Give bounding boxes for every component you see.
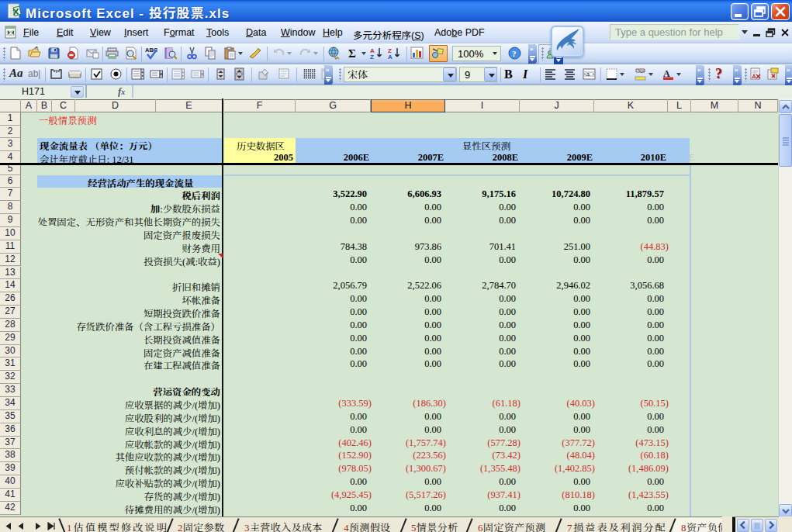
svg-text:xyz: xyz — [54, 68, 61, 73]
svg-text:A: A — [752, 73, 756, 80]
svg-text:Σ: Σ — [348, 47, 356, 60]
svg-text:a: a — [586, 71, 590, 77]
svg-text:?: ? — [512, 49, 517, 58]
svg-text:Z: Z — [370, 54, 374, 60]
svg-text:A: A — [388, 54, 393, 60]
